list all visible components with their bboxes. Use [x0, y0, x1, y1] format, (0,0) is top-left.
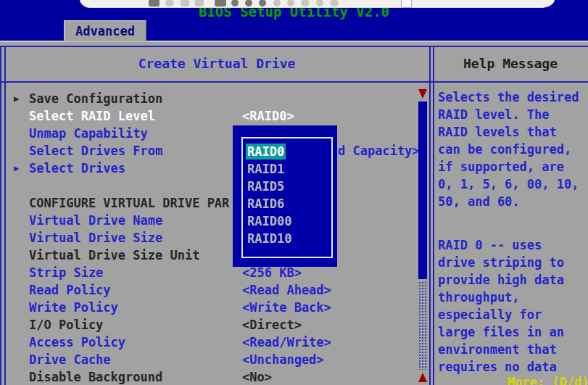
- help-line: RAID 0 -- uses: [438, 236, 587, 254]
- dropdown-item-raid6[interactable]: RAID6: [247, 196, 284, 212]
- help-line: throughput,: [438, 289, 587, 306]
- option-label: Virtual Drive Name: [29, 212, 162, 229]
- option-value: <Read Ahead>: [242, 281, 331, 299]
- active-tool-icon[interactable]: [401, 0, 412, 8]
- option-label: Access Policy: [29, 334, 125, 351]
- help-line: environment that: [438, 341, 587, 358]
- record-icon[interactable]: [231, 0, 239, 7]
- help-line: large files in an: [438, 323, 587, 341]
- help-line: can be configured,: [438, 141, 587, 158]
- remote-console-toolbar: [80, 0, 555, 8]
- option-row-disable-background[interactable]: Disable Background<No>: [0, 368, 429, 385]
- option-label: I/O Policy: [29, 316, 103, 334]
- option-row-read-policy[interactable]: Read Policy<Read Ahead>: [0, 281, 429, 299]
- option-label: Strip Size: [29, 264, 103, 281]
- option-value: <No>: [242, 368, 272, 385]
- help-line: Selects the desired: [438, 88, 587, 106]
- option-label: Drive Cache: [29, 351, 111, 368]
- help-line: RAID levels that: [438, 123, 587, 141]
- option-label: Write Policy: [29, 299, 118, 316]
- option-label: CONFIGURE VIRTUAL DRIVE PAR: [29, 194, 229, 212]
- option-row-save-configuration[interactable]: ▶Save Configuration: [0, 90, 429, 107]
- submenu-arrow-icon: ▶: [14, 160, 19, 177]
- option-row-i-o-policy[interactable]: I/O Policy<Direct>: [0, 316, 429, 334]
- left-panel-title: Create Virtual Drive: [4, 46, 429, 81]
- help-line: drive striping to: [438, 254, 587, 271]
- power-icon[interactable]: [259, 0, 266, 7]
- option-value: d Capacity>: [338, 142, 420, 160]
- help-line: RAID level. The: [438, 106, 587, 123]
- option-label: Virtual Drive Size Unit: [29, 247, 199, 264]
- option-label: Select Drives From: [29, 142, 162, 160]
- option-value: <Write Back>: [242, 299, 331, 316]
- option-row-strip-size[interactable]: Strip Size<256 KB>: [0, 264, 429, 281]
- help-line: requires no data: [438, 358, 587, 376]
- dropdown-item-raid00[interactable]: RAID00: [247, 213, 291, 229]
- help-line: especially for: [438, 306, 587, 323]
- dropdown-item-raid1[interactable]: RAID1: [247, 161, 284, 177]
- help-line: if supported, are: [438, 158, 587, 175]
- option-value: <Unchanged>: [242, 351, 324, 368]
- header-separator-line: [0, 81, 588, 83]
- help-text-block-2: RAID 0 -- usesdrive striping toprovide h…: [438, 236, 587, 376]
- grid-icon[interactable]: [215, 0, 226, 7]
- option-row-unmap-capability[interactable]: Unmap Capability: [0, 125, 429, 142]
- option-row-write-policy[interactable]: Write Policy<Write Back>: [0, 299, 429, 316]
- panel-divider-left-line: [429, 46, 431, 385]
- tab-advanced[interactable]: Advanced: [64, 20, 146, 41]
- bios-screen: BIOS Setup Utility V2.0 Advanced Create …: [0, 0, 588, 385]
- help-line: provide high data: [438, 271, 587, 289]
- scrollbar-track[interactable]: [418, 281, 427, 370]
- option-label: Disable Background: [29, 368, 162, 385]
- option-value: <RAID0>: [242, 107, 294, 125]
- folder-icon[interactable]: [195, 0, 204, 7]
- scroll-up-indicator-icon[interactable]: [418, 373, 427, 382]
- keyboard-icon[interactable]: [301, 0, 310, 7]
- dropdown-item-raid10[interactable]: RAID10: [247, 231, 291, 247]
- scroll-down-indicator-icon[interactable]: [418, 89, 427, 99]
- document-icon[interactable]: [181, 0, 189, 7]
- help-line: 50, and 60.: [438, 193, 587, 210]
- help-text-block-1: Selects the desiredRAID level. TheRAID l…: [438, 88, 587, 210]
- option-row-select-drives-from[interactable]: Select Drives Fromd Capacity>: [0, 142, 429, 160]
- option-label: Virtual Drive Size: [29, 229, 162, 247]
- panel-divider-right-line: [433, 46, 434, 385]
- option-value: <Direct>: [242, 316, 302, 334]
- settings-icon[interactable]: [287, 0, 294, 7]
- option-row-select-raid-level[interactable]: Select RAID Level<RAID0>: [0, 107, 429, 125]
- camera-icon[interactable]: [245, 0, 252, 7]
- option-row-access-policy[interactable]: Access Policy<Read/Write>: [0, 334, 429, 351]
- scrollbar-thumb[interactable]: [418, 102, 427, 279]
- option-value: <Read/Write>: [242, 334, 331, 351]
- option-label: Select RAID Level: [29, 107, 155, 125]
- refresh-icon[interactable]: [273, 0, 281, 7]
- submenu-arrow-icon: ▶: [14, 90, 19, 107]
- help-line: 0, 1, 5, 6, 00, 10,: [438, 175, 587, 193]
- option-row-drive-cache[interactable]: Drive Cache<Unchanged>: [0, 351, 429, 368]
- option-row-select-drives[interactable]: ▶Select Drives: [0, 160, 429, 177]
- option-label: Read Policy: [29, 281, 111, 299]
- monitor-icon[interactable]: [330, 0, 339, 7]
- option-label: Save Configuration: [29, 90, 162, 107]
- raid-level-dropdown: RAID0RAID1RAID5RAID6RAID00RAID10: [233, 125, 337, 267]
- window-pair-icon[interactable]: [149, 0, 160, 7]
- mouse-icon[interactable]: [316, 0, 323, 7]
- option-label: Select Drives: [29, 160, 125, 177]
- option-row-virtual-drive-name[interactable]: Virtual Drive Name: [0, 212, 429, 229]
- help-panel-title: Help Message: [433, 46, 588, 81]
- globe-icon[interactable]: [165, 0, 174, 7]
- option-row-virtual-drive-size[interactable]: Virtual Drive Size: [0, 229, 429, 247]
- dropdown-item-raid5[interactable]: RAID5: [247, 178, 284, 194]
- option-row-configure-virtual-drive-par[interactable]: CONFIGURE VIRTUAL DRIVE PAR: [0, 194, 429, 212]
- dropdown-item-raid0[interactable]: RAID0: [246, 144, 286, 160]
- help-more-hint: More: (D/d): [508, 375, 588, 385]
- option-row-virtual-drive-size-unit[interactable]: Virtual Drive Size Unit: [0, 247, 429, 264]
- option-label: Unmap Capability: [29, 125, 148, 142]
